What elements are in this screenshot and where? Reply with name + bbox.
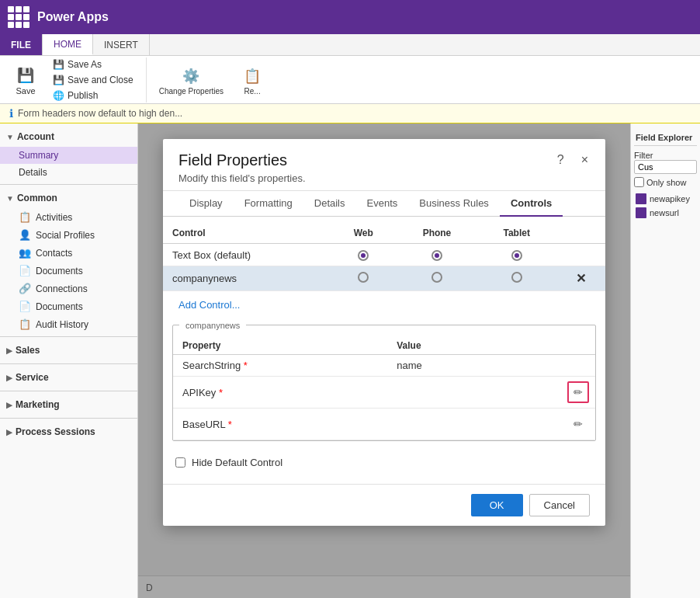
change-properties-button[interactable]: ⚙️ Change Properties — [153, 62, 230, 99]
apps-icon[interactable] — [8, 6, 29, 28]
edit-baseurl-button[interactable]: ✏ — [567, 413, 589, 435]
web-radio-company[interactable] — [331, 266, 397, 291]
sidebar-header-process[interactable]: ▶ Process Sessions — [0, 422, 137, 442]
social-icon: 👤 — [19, 229, 31, 241]
cancel-button[interactable]: Cancel — [529, 494, 590, 516]
web-radio-textbox[interactable] — [331, 244, 397, 266]
notification-text: Form headers now default to high den... — [18, 108, 182, 119]
sidebar-item-summary[interactable]: Summary — [0, 147, 137, 164]
another-ribbon-btn[interactable]: 📋 Re... — [233, 62, 272, 99]
control-name-textbox: Text Box (default) — [163, 244, 331, 266]
sidebar-section-service: ▶ Service — [0, 367, 137, 388]
radio-tablet-checked[interactable] — [511, 250, 522, 261]
radio-web-checked[interactable] — [358, 250, 369, 261]
sidebar-item-activities[interactable]: 📋 Activities — [0, 208, 137, 226]
filter-input[interactable] — [634, 160, 697, 174]
col-control: Control — [163, 223, 331, 244]
tab-details[interactable]: Details — [303, 191, 356, 217]
prop-col-action — [500, 337, 595, 355]
content-area: Field Properties Modify this field's pro… — [138, 123, 630, 598]
modal-header-actions: ? × — [553, 151, 593, 169]
prop-apikey-action[interactable]: ✏ — [500, 377, 595, 409]
tablet-radio-company[interactable] — [477, 266, 556, 291]
field-icon-2 — [636, 207, 646, 218]
chevron-down-icon: ▼ — [6, 194, 14, 203]
sidebar: ▼ Account Summary Details ▼ Common 📋 Act… — [0, 123, 138, 598]
hide-default-checkbox[interactable] — [175, 457, 185, 468]
prop-apikey-value — [387, 377, 500, 409]
ok-button[interactable]: OK — [471, 494, 523, 516]
field-item-newsurl[interactable]: newsurl — [634, 206, 697, 220]
table-row: APIKey * ✏ — [173, 377, 595, 409]
radio-phone-checked[interactable] — [431, 250, 442, 261]
controls-table: Control Web Phone Tablet Text Box (defau… — [163, 223, 605, 291]
phone-radio-company[interactable] — [397, 266, 478, 291]
tab-display[interactable]: Display — [178, 191, 234, 217]
radio-tablet-empty[interactable] — [511, 272, 522, 283]
save-and-close-button[interactable]: 💾 Save and Close — [48, 73, 138, 87]
edit-apikey-button[interactable]: ✏ — [567, 381, 589, 403]
sidebar-item-details[interactable]: Details — [0, 164, 137, 181]
phone-radio-textbox[interactable] — [397, 244, 478, 266]
properties-table: Property Value SearchString * name — [173, 337, 595, 440]
field-item-newapikey[interactable]: newapikey — [634, 192, 697, 206]
prop-apikey-label: APIKey * — [173, 377, 387, 409]
delete-cell-empty — [556, 244, 605, 266]
tab-home[interactable]: HOME — [43, 34, 93, 55]
sidebar-item-documents2[interactable]: 📄 Documents — [0, 297, 137, 315]
radio-phone-empty[interactable] — [431, 272, 442, 283]
save-group: 💾 Save As 💾 Save and Close 🌐 Publish — [48, 57, 147, 103]
close-button[interactable]: × — [577, 151, 593, 169]
docs-icon: 📄 — [19, 265, 31, 276]
sidebar-item-audit-history[interactable]: 📋 Audit History — [0, 315, 137, 333]
chevron-right-icon-4: ▶ — [6, 428, 12, 436]
sidebar-header-sales[interactable]: ▶ Sales — [0, 340, 137, 360]
tab-events[interactable]: Events — [356, 191, 409, 217]
activities-icon: 📋 — [19, 211, 31, 223]
tab-file[interactable]: FILE — [0, 34, 43, 55]
sidebar-item-contacts[interactable]: 👥 Contacts — [0, 244, 137, 262]
required-star-2: * — [219, 387, 223, 398]
only-show-checkbox[interactable] — [634, 177, 644, 187]
ribbon-tabs: FILE HOME INSERT — [0, 34, 700, 56]
tablet-radio-textbox[interactable] — [477, 244, 556, 266]
tab-controls[interactable]: Controls — [500, 191, 563, 217]
sidebar-item-connections[interactable]: 🔗 Connections — [0, 280, 137, 297]
prop-searchstring-label: SearchString * — [173, 355, 387, 377]
filter-label: Filter — [634, 151, 697, 174]
sidebar-header-account[interactable]: ▼ Account — [0, 127, 137, 147]
table-row: SearchString * name — [173, 355, 595, 377]
prop-col-property: Property — [173, 337, 387, 355]
modal-tabs: Display Formatting Details Events Busine… — [163, 191, 605, 217]
sidebar-section-marketing: ▶ Marketing — [0, 395, 137, 415]
prop-baseurl-action[interactable]: ✏ — [500, 409, 595, 440]
delete-cell[interactable]: ✕ — [556, 266, 605, 291]
modal-title: Field Properties — [178, 151, 543, 169]
sidebar-header-service[interactable]: ▶ Service — [0, 367, 137, 388]
col-web: Web — [331, 223, 397, 244]
help-button[interactable]: ? — [553, 151, 569, 169]
save-button[interactable]: 💾 Save — [6, 61, 45, 99]
tab-business-rules[interactable]: Business Rules — [408, 191, 500, 217]
sidebar-item-social-profiles[interactable]: 👤 Social Profiles — [0, 226, 137, 244]
tab-formatting[interactable]: Formatting — [234, 191, 303, 217]
hide-default-row: Hide Default Control — [163, 447, 605, 478]
connections-icon: 🔗 — [19, 283, 31, 294]
modal-footer: OK Cancel — [163, 484, 605, 526]
sidebar-item-documents1[interactable]: 📄 Documents — [0, 262, 137, 280]
ribbon-btn-icon: 📋 — [241, 65, 263, 87]
prop-baseurl-label: BaseURL * — [173, 409, 387, 440]
save-icon: 💾 — [15, 64, 36, 86]
delete-control-button[interactable]: ✕ — [576, 272, 586, 285]
publish-button[interactable]: 🌐 Publish — [48, 89, 138, 103]
save-as-icon: 💾 — [53, 59, 64, 70]
save-as-button[interactable]: 💾 Save As — [48, 57, 138, 71]
notification-bar: ℹ Form headers now default to high den..… — [0, 104, 700, 123]
radio-web-empty[interactable] — [358, 272, 369, 283]
sidebar-section-common: ▼ Common 📋 Activities 👤 Social Profiles … — [0, 188, 137, 333]
sidebar-header-marketing[interactable]: ▶ Marketing — [0, 395, 137, 415]
modal-subtitle: Modify this field's properties. — [178, 172, 543, 184]
sidebar-header-common[interactable]: ▼ Common — [0, 188, 137, 208]
add-control-link[interactable]: Add Control... — [169, 294, 250, 315]
tab-insert[interactable]: INSERT — [93, 34, 150, 55]
